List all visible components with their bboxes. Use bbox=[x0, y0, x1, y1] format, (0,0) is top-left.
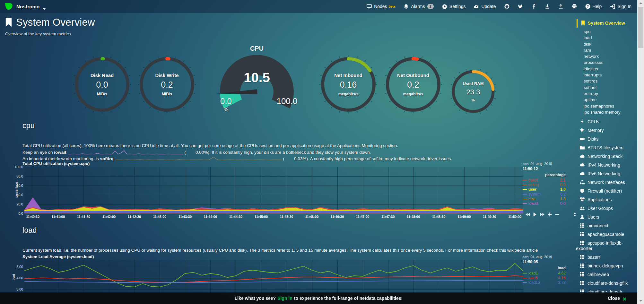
nav-update-button[interactable]: Update bbox=[474, 4, 496, 9]
sidebar-item-apcupsd-influxdb-exporter[interactable]: apcupsd-influxdb-exporter bbox=[576, 240, 637, 251]
sidebar-subitem-entropy[interactable]: entropy bbox=[584, 91, 637, 97]
scrollbar-down-arrow[interactable] bbox=[637, 298, 644, 304]
legend-row-softirq[interactable]: softirq 0.0 bbox=[523, 183, 566, 187]
legend-series-name: nice bbox=[528, 197, 560, 201]
x-tick-label: 11:45:30 bbox=[277, 215, 296, 219]
sidebar-item-btrfs-filesystem[interactable]: BTRFS filesystem bbox=[576, 145, 637, 151]
legend-row-guest[interactable]: guest 2.1 bbox=[523, 178, 566, 183]
sidebar-item-disks[interactable]: Disks bbox=[576, 136, 637, 142]
x-tick-label: 11:47:30 bbox=[379, 215, 398, 219]
sidebar-subitem-cpu[interactable]: cpu bbox=[584, 29, 637, 35]
forward-button[interactable] bbox=[540, 213, 544, 216]
legend-row-user[interactable]: user 1.0 bbox=[523, 187, 566, 192]
nav-help-button[interactable]: ?Help bbox=[585, 4, 602, 9]
nav-github-button[interactable] bbox=[504, 4, 509, 9]
load-average-chart[interactable] bbox=[24, 260, 523, 292]
sign-in-link[interactable]: Sign in bbox=[277, 296, 292, 301]
zoom-in-button[interactable] bbox=[548, 213, 552, 216]
sidebar-item-network-interfaces[interactable]: Network Interfaces bbox=[576, 180, 637, 185]
sidebar-subitem-disk[interactable]: disk bbox=[584, 41, 637, 47]
sidebar-item-ipv6-networking[interactable]: IPv6 Networking bbox=[576, 171, 637, 177]
sidebar-item-label: IPv4 Networking bbox=[587, 162, 620, 168]
x-tick-label: 11:43:00 bbox=[150, 215, 169, 219]
gauge-label: Net Inbound bbox=[334, 73, 362, 78]
cloud-icon bbox=[580, 163, 585, 167]
gauge-net-outbound[interactable]: Net Outbound 0.2 megabits/s bbox=[384, 56, 442, 113]
sidebar-subitem-network[interactable]: network bbox=[584, 53, 637, 59]
legend-row-load15[interactable]: load15 3.78 bbox=[523, 280, 566, 285]
legend-row-iowait[interactable]: iowait 0.0 bbox=[523, 201, 566, 206]
sidebar-item-system-overview[interactable]: System Overview bbox=[581, 21, 637, 26]
gauge-used-ram[interactable]: Used RAM 23.3 % bbox=[451, 69, 496, 114]
sidebar-subitem-idlejitter[interactable]: idlejitter bbox=[584, 66, 637, 72]
sidebar-item-firewall-netfilter-[interactable]: Firewall (netfilter) bbox=[576, 188, 637, 194]
sidebar-item-cpus[interactable]: CPUs bbox=[576, 119, 637, 125]
y-tick-label: 5.00 bbox=[9, 265, 23, 269]
nav-upload-button[interactable] bbox=[558, 4, 563, 9]
legend-swatch bbox=[523, 203, 527, 204]
backward-button[interactable] bbox=[526, 213, 530, 216]
nav-nodes-button[interactable]: Nodesbeta bbox=[367, 4, 395, 9]
sidebar-subitem-ipc-shared-memory[interactable]: ipc shared memory bbox=[584, 109, 637, 115]
sidebar-item-memory[interactable]: Memory bbox=[576, 128, 637, 133]
nav-download-button[interactable] bbox=[545, 4, 550, 9]
y-tick-label: 4.00 bbox=[9, 276, 23, 280]
sidebar-item-label: binhex-delugevpn bbox=[587, 263, 623, 268]
legend-row-load1[interactable]: load1 4.62 bbox=[523, 271, 566, 276]
legend-row-system[interactable]: system 6.2 bbox=[523, 192, 566, 197]
legend-swatch bbox=[523, 185, 527, 185]
gauge-unit: megabits/s bbox=[338, 92, 359, 96]
sidebar-item-calibreweb[interactable]: calibreweb bbox=[576, 272, 637, 277]
sidebar-subitem-ipc-semaphores[interactable]: ipc semaphores bbox=[584, 103, 637, 109]
x-tick-label: 11:46:30 bbox=[328, 215, 347, 219]
sidebar-item-ipv4-networking[interactable]: IPv4 Networking bbox=[576, 162, 637, 168]
sidebar-subitem-uptime[interactable]: uptime bbox=[584, 97, 637, 103]
nav-alarms-button[interactable]: Alarms2 bbox=[404, 4, 434, 9]
sidebar-item-applications[interactable]: Applications bbox=[576, 197, 637, 203]
scrollbar-up-arrow[interactable] bbox=[637, 0, 644, 6]
gauge-label: Disk Write bbox=[155, 73, 178, 78]
load-description: Current system load, i.e. the number of … bbox=[22, 247, 568, 254]
sidebar-item-apacheguacamole[interactable]: apacheguacamole bbox=[576, 232, 637, 237]
sidebar-item-bazarr[interactable]: bazarr bbox=[576, 255, 637, 260]
gauge-net-inbound[interactable]: Net Inbound 0.16 megabits/s bbox=[319, 56, 377, 113]
nav-facebook-button[interactable] bbox=[531, 4, 536, 9]
gauge-disk-write[interactable]: Disk Write 0.2 MiB/s bbox=[138, 56, 196, 113]
sidebar-subitem-load[interactable]: load bbox=[584, 35, 637, 41]
sidebar-item-label: apacheguacamole bbox=[587, 232, 624, 237]
sidebar-subitem-processes[interactable]: processes bbox=[584, 59, 637, 65]
sidebar-item-networking-stack[interactable]: Networking Stack bbox=[576, 154, 637, 159]
play-button[interactable] bbox=[533, 213, 537, 216]
sidebar-item-airconnect[interactable]: airconnect bbox=[576, 223, 637, 229]
grid-icon bbox=[580, 223, 585, 228]
gauge-cpu[interactable]: CPU 10.5 0.0 100.0 % bbox=[209, 45, 305, 114]
sidebar-item-cloudflare-ddns-gflix[interactable]: cloudflare-ddns-gflix bbox=[576, 281, 637, 286]
legend-swatch bbox=[523, 282, 527, 283]
sidebar-subitem-softirqs[interactable]: softirqs bbox=[584, 78, 637, 84]
sidebar-subitem-softnet[interactable]: softnet bbox=[584, 84, 637, 91]
sidebar-item-users[interactable]: Users bbox=[576, 214, 637, 220]
grid-icon bbox=[580, 281, 585, 285]
zoom-out-button[interactable] bbox=[555, 213, 559, 216]
legend-series-value: 0.0 bbox=[560, 201, 566, 206]
nav-settings-button[interactable]: Settings bbox=[442, 4, 466, 9]
sidebar-subitem-ram[interactable]: ram bbox=[584, 47, 637, 53]
hostname-dropdown[interactable]: Nostromo bbox=[4, 2, 46, 11]
banner-close-button[interactable]: Close bbox=[608, 296, 626, 301]
scrollbar-thumb[interactable] bbox=[638, 7, 643, 48]
legend-row-load5[interactable]: load5 4.16 bbox=[523, 276, 566, 281]
cpu-gauge-unit: % bbox=[213, 107, 239, 113]
nav-sign-in-button[interactable]: Sign In bbox=[610, 4, 631, 9]
legend-row-nice[interactable]: nice 1.3 bbox=[523, 196, 566, 201]
sidebar-subitem-interrupts[interactable]: interrupts bbox=[584, 72, 637, 78]
sidebar-item-user-groups[interactable]: User Groups bbox=[576, 206, 637, 211]
gauge-label: Used RAM bbox=[463, 81, 483, 86]
gauge-disk-read[interactable]: Disk Read 0.0 MiB/s bbox=[73, 56, 131, 113]
sidebar-item-label: BTRFS filesystem bbox=[587, 145, 623, 150]
cpu-utilization-chart[interactable] bbox=[24, 167, 523, 213]
nav-print-button[interactable] bbox=[572, 4, 577, 9]
nav-twitter-button[interactable] bbox=[518, 4, 523, 9]
sidebar-item-binhex-delugevpn[interactable]: binhex-delugevpn bbox=[576, 263, 637, 269]
legend-swatch bbox=[523, 199, 527, 199]
legend-series-value: 4.62 bbox=[558, 271, 566, 275]
